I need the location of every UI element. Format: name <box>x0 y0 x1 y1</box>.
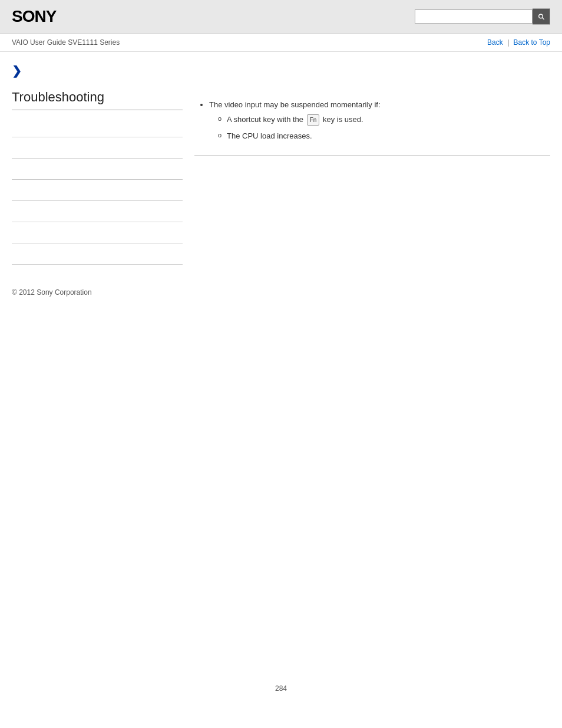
content-section: The video input may be suspended momenta… <box>194 99 550 156</box>
search-area <box>415 8 550 25</box>
page-number: 284 <box>0 673 562 704</box>
sub-bullet-item-1: A shortcut key with the Fn key is used. <box>218 114 550 126</box>
nav-separator: | <box>507 38 509 47</box>
sidebar-title: Troubleshooting <box>12 90 183 110</box>
list-item <box>12 159 183 180</box>
back-link[interactable]: Back <box>487 38 503 47</box>
sidebar-link[interactable] <box>12 144 14 152</box>
sidebar-link[interactable] <box>12 123 14 131</box>
search-icon <box>537 12 545 21</box>
sidebar-link[interactable] <box>12 250 14 258</box>
back-to-top-link[interactable]: Back to Top <box>514 38 550 47</box>
main-content: ❯ Troubleshooting The video input may be… <box>0 52 562 276</box>
sidebar-link[interactable] <box>12 186 14 195</box>
list-item <box>12 180 183 201</box>
list-item <box>12 222 183 243</box>
nav-bar: VAIO User Guide SVE1111 Series Back | Ba… <box>0 34 562 52</box>
main-bullet-list: The video input may be suspended momenta… <box>194 99 550 141</box>
list-item <box>12 137 183 159</box>
copyright-text: © 2012 Sony Corporation <box>12 288 92 297</box>
search-button[interactable] <box>533 8 550 25</box>
sony-logo: SONY <box>12 7 56 26</box>
list-item <box>12 116 183 137</box>
sidebar-link[interactable] <box>12 207 14 216</box>
search-input[interactable] <box>415 9 533 24</box>
list-item <box>12 201 183 222</box>
sidebar: ❯ Troubleshooting <box>12 64 183 265</box>
content-area: The video input may be suspended momenta… <box>194 64 550 265</box>
sidebar-link[interactable] <box>12 165 14 173</box>
chevron-right-icon: ❯ <box>12 64 183 78</box>
sub-bullet-item-2: The CPU load increases. <box>218 130 550 142</box>
sidebar-link[interactable] <box>12 229 14 237</box>
nav-links: Back | Back to Top <box>487 38 550 47</box>
guide-title: VAIO User Guide SVE1111 Series <box>12 38 120 47</box>
sub-bullet-list: A shortcut key with the Fn key is used. … <box>209 114 550 142</box>
main-bullet-item: The video input may be suspended momenta… <box>209 99 550 141</box>
sidebar-links <box>12 116 183 265</box>
footer: © 2012 Sony Corporation <box>0 276 562 308</box>
fn-key: Fn <box>307 114 320 126</box>
header: SONY <box>0 0 562 34</box>
main-bullet-text: The video input may be suspended momenta… <box>209 100 381 109</box>
list-item <box>12 243 183 265</box>
